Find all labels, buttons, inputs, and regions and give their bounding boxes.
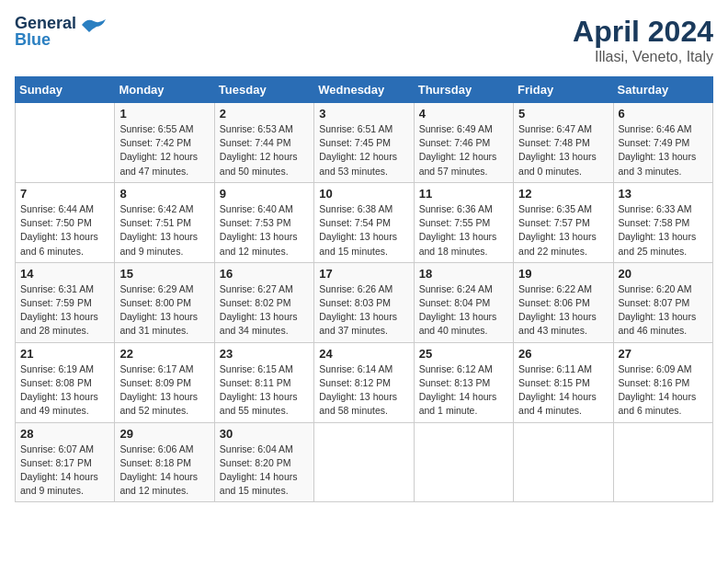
day-number: 19 <box>518 267 608 281</box>
calendar-cell: 5Sunrise: 6:47 AMSunset: 7:48 PMDaylight… <box>514 103 613 183</box>
calendar-cell: 10Sunrise: 6:38 AMSunset: 7:54 PMDayligh… <box>314 182 414 262</box>
calendar-cell: 28Sunrise: 6:07 AMSunset: 8:17 PMDayligh… <box>16 422 115 502</box>
calendar-week-row: 1Sunrise: 6:55 AMSunset: 7:42 PMDaylight… <box>16 103 713 183</box>
calendar-cell: 7Sunrise: 6:44 AMSunset: 7:50 PMDaylight… <box>16 182 115 262</box>
calendar-cell: 19Sunrise: 6:22 AMSunset: 8:06 PMDayligh… <box>514 262 613 342</box>
day-info: Sunrise: 6:17 AMSunset: 8:09 PMDaylight:… <box>119 362 209 419</box>
calendar-week-row: 21Sunrise: 6:19 AMSunset: 8:08 PMDayligh… <box>16 342 713 422</box>
weekday-header: Wednesday <box>314 77 414 103</box>
day-info: Sunrise: 6:14 AMSunset: 8:12 PMDaylight:… <box>319 362 408 419</box>
calendar-cell <box>16 103 115 183</box>
day-info: Sunrise: 6:44 AMSunset: 7:50 PMDaylight:… <box>20 202 109 259</box>
day-info: Sunrise: 6:40 AMSunset: 7:53 PMDaylight:… <box>220 202 309 259</box>
day-number: 2 <box>220 107 309 121</box>
day-number: 10 <box>319 187 408 201</box>
day-number: 7 <box>20 187 109 201</box>
weekday-header: Sunday <box>16 77 115 103</box>
day-number: 27 <box>619 347 708 361</box>
day-number: 22 <box>119 347 209 361</box>
calendar-cell <box>514 422 613 502</box>
day-number: 28 <box>20 427 109 441</box>
day-info: Sunrise: 6:04 AMSunset: 8:20 PMDaylight:… <box>220 442 309 499</box>
day-info: Sunrise: 6:09 AMSunset: 8:16 PMDaylight:… <box>619 362 708 419</box>
calendar-cell: 8Sunrise: 6:42 AMSunset: 7:51 PMDaylight… <box>115 182 214 262</box>
calendar-cell: 15Sunrise: 6:29 AMSunset: 8:00 PMDayligh… <box>115 262 214 342</box>
day-info: Sunrise: 6:36 AMSunset: 7:55 PMDaylight:… <box>419 202 508 259</box>
calendar-cell: 30Sunrise: 6:04 AMSunset: 8:20 PMDayligh… <box>214 422 313 502</box>
logo-bird-icon <box>80 16 108 40</box>
calendar-cell: 26Sunrise: 6:11 AMSunset: 8:15 PMDayligh… <box>514 342 613 422</box>
calendar-cell: 4Sunrise: 6:49 AMSunset: 7:46 PMDaylight… <box>414 103 513 183</box>
calendar-cell: 11Sunrise: 6:36 AMSunset: 7:55 PMDayligh… <box>414 182 513 262</box>
day-info: Sunrise: 6:22 AMSunset: 8:06 PMDaylight:… <box>518 282 608 339</box>
calendar-cell: 2Sunrise: 6:53 AMSunset: 7:44 PMDaylight… <box>214 103 313 183</box>
day-number: 30 <box>220 427 309 441</box>
day-number: 25 <box>419 347 508 361</box>
day-info: Sunrise: 6:49 AMSunset: 7:46 PMDaylight:… <box>419 122 508 178</box>
calendar-cell: 1Sunrise: 6:55 AMSunset: 7:42 PMDaylight… <box>115 103 214 183</box>
day-number: 15 <box>119 267 209 281</box>
day-number: 3 <box>319 107 408 121</box>
weekday-header: Friday <box>514 77 613 103</box>
calendar-cell: 6Sunrise: 6:46 AMSunset: 7:49 PMDaylight… <box>613 103 712 183</box>
day-number: 23 <box>220 347 309 361</box>
day-info: Sunrise: 6:11 AMSunset: 8:15 PMDaylight:… <box>518 362 608 419</box>
day-info: Sunrise: 6:12 AMSunset: 8:13 PMDaylight:… <box>419 362 508 419</box>
weekday-header: Saturday <box>613 77 712 103</box>
day-number: 12 <box>518 187 608 201</box>
day-number: 4 <box>419 107 508 121</box>
day-info: Sunrise: 6:35 AMSunset: 7:57 PMDaylight:… <box>518 202 608 259</box>
calendar-cell: 25Sunrise: 6:12 AMSunset: 8:13 PMDayligh… <box>414 342 513 422</box>
calendar-cell: 27Sunrise: 6:09 AMSunset: 8:16 PMDayligh… <box>613 342 712 422</box>
day-number: 26 <box>518 347 608 361</box>
calendar-cell: 20Sunrise: 6:20 AMSunset: 8:07 PMDayligh… <box>613 262 712 342</box>
calendar-cell: 14Sunrise: 6:31 AMSunset: 7:59 PMDayligh… <box>16 262 115 342</box>
calendar-cell <box>613 422 712 502</box>
day-number: 13 <box>619 187 708 201</box>
day-number: 11 <box>419 187 508 201</box>
weekday-header: Tuesday <box>214 77 313 103</box>
day-info: Sunrise: 6:07 AMSunset: 8:17 PMDaylight:… <box>20 442 109 499</box>
day-info: Sunrise: 6:15 AMSunset: 8:11 PMDaylight:… <box>220 362 309 419</box>
weekday-header: Monday <box>115 77 214 103</box>
day-info: Sunrise: 6:31 AMSunset: 7:59 PMDaylight:… <box>20 282 109 339</box>
title-area: April 2024 Illasi, Veneto, Italy <box>573 15 713 65</box>
calendar-cell: 12Sunrise: 6:35 AMSunset: 7:57 PMDayligh… <box>514 182 613 262</box>
day-number: 21 <box>20 347 109 361</box>
logo-general: General <box>15 15 76 31</box>
day-info: Sunrise: 6:33 AMSunset: 7:58 PMDaylight:… <box>619 202 708 259</box>
day-number: 20 <box>619 267 708 281</box>
day-info: Sunrise: 6:26 AMSunset: 8:03 PMDaylight:… <box>319 282 408 339</box>
day-number: 8 <box>119 187 209 201</box>
day-info: Sunrise: 6:06 AMSunset: 8:18 PMDaylight:… <box>119 442 209 499</box>
day-number: 14 <box>20 267 109 281</box>
day-info: Sunrise: 6:38 AMSunset: 7:54 PMDaylight:… <box>319 202 408 259</box>
calendar-cell: 16Sunrise: 6:27 AMSunset: 8:02 PMDayligh… <box>214 262 313 342</box>
day-number: 5 <box>518 107 608 121</box>
day-info: Sunrise: 6:51 AMSunset: 7:45 PMDaylight:… <box>319 122 408 178</box>
page-header: General Blue April 2024 Illasi, Veneto, … <box>15 15 713 65</box>
calendar-cell: 13Sunrise: 6:33 AMSunset: 7:58 PMDayligh… <box>613 182 712 262</box>
day-info: Sunrise: 6:47 AMSunset: 7:48 PMDaylight:… <box>518 122 608 178</box>
calendar-cell: 17Sunrise: 6:26 AMSunset: 8:03 PMDayligh… <box>314 262 414 342</box>
calendar-cell: 24Sunrise: 6:14 AMSunset: 8:12 PMDayligh… <box>314 342 414 422</box>
logo-blue: Blue <box>15 31 76 48</box>
day-number: 16 <box>220 267 309 281</box>
day-number: 18 <box>419 267 508 281</box>
day-number: 1 <box>119 107 209 121</box>
day-info: Sunrise: 6:27 AMSunset: 8:02 PMDaylight:… <box>220 282 309 339</box>
calendar-cell <box>314 422 414 502</box>
day-info: Sunrise: 6:19 AMSunset: 8:08 PMDaylight:… <box>20 362 109 419</box>
calendar-week-row: 14Sunrise: 6:31 AMSunset: 7:59 PMDayligh… <box>16 262 713 342</box>
calendar-cell: 23Sunrise: 6:15 AMSunset: 8:11 PMDayligh… <box>214 342 313 422</box>
calendar-week-row: 28Sunrise: 6:07 AMSunset: 8:17 PMDayligh… <box>16 422 713 502</box>
calendar-table: SundayMondayTuesdayWednesdayThursdayFrid… <box>15 76 713 502</box>
logo: General Blue <box>15 15 108 48</box>
day-info: Sunrise: 6:29 AMSunset: 8:00 PMDaylight:… <box>119 282 209 339</box>
day-info: Sunrise: 6:55 AMSunset: 7:42 PMDaylight:… <box>119 122 209 178</box>
day-number: 17 <box>319 267 408 281</box>
calendar-cell: 22Sunrise: 6:17 AMSunset: 8:09 PMDayligh… <box>115 342 214 422</box>
day-info: Sunrise: 6:42 AMSunset: 7:51 PMDaylight:… <box>119 202 209 259</box>
page-title: April 2024 <box>573 15 713 49</box>
calendar-cell: 29Sunrise: 6:06 AMSunset: 8:18 PMDayligh… <box>115 422 214 502</box>
